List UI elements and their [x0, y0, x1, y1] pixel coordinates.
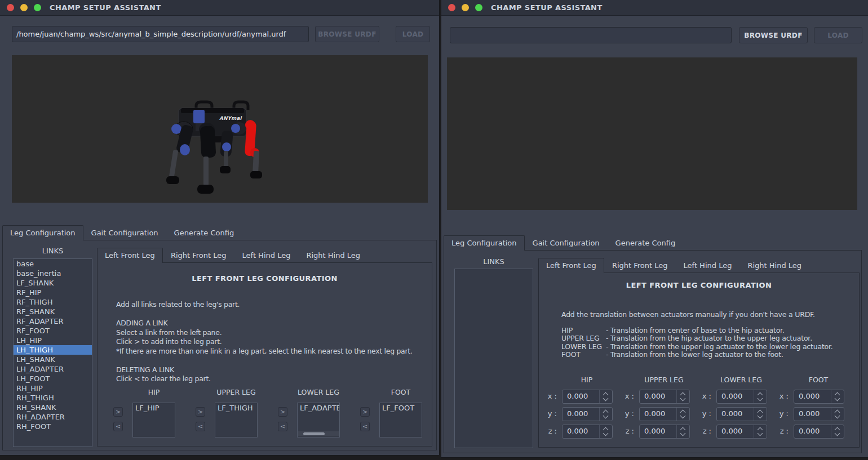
leg-part-link[interactable]: LF_HIP [133, 403, 175, 413]
spinbox-upper-leg-y[interactable]: 0.000 [639, 407, 690, 421]
spinbox-hip-x[interactable]: 0.000 [562, 390, 613, 404]
leg-part-listbox[interactable]: LF_HIP [132, 403, 175, 437]
tab-left-front-leg[interactable]: Left Front Leg [538, 258, 604, 273]
spin-down-icon[interactable] [603, 413, 609, 419]
spin-down-icon[interactable] [680, 396, 686, 401]
horizontal-scrollbar[interactable] [298, 431, 339, 436]
spin-down-icon[interactable] [835, 413, 840, 419]
close-button[interactable] [448, 4, 455, 11]
links-list-item[interactable]: base [14, 259, 92, 269]
links-list-item-selected[interactable]: LH_THIGH [14, 345, 92, 355]
leg-part-link[interactable]: LF_ADAPTER [298, 403, 339, 413]
links-list-item[interactable]: base_inertia [14, 269, 92, 278]
spinbox-hip-y[interactable]: 0.000 [562, 407, 613, 421]
remove-link-button[interactable]: < [196, 422, 205, 431]
spinbox-lower-leg-z[interactable]: 0.000 [716, 425, 767, 439]
spin-down-icon[interactable] [758, 413, 763, 419]
spinner-buttons[interactable] [599, 390, 612, 403]
add-link-button[interactable]: > [278, 407, 287, 417]
links-list-item[interactable]: RH_HIP [14, 383, 92, 393]
spinbox-foot-y[interactable]: 0.000 [794, 407, 844, 421]
spinner-buttons[interactable] [676, 408, 689, 421]
tab-leg-configuration[interactable]: Leg Configuration [444, 235, 525, 251]
links-list-item[interactable]: RF_THIGH [14, 297, 92, 307]
spinbox-hip-z[interactable]: 0.000 [562, 425, 613, 439]
urdf-path-input[interactable] [12, 26, 309, 42]
spinner-buttons[interactable] [754, 390, 767, 403]
spinbox-upper-leg-z[interactable]: 0.000 [639, 425, 690, 439]
spin-down-icon[interactable] [758, 396, 763, 401]
spinner-buttons[interactable] [599, 408, 612, 421]
tab-right-front-leg[interactable]: Right Front Leg [163, 248, 234, 263]
tab-gait-configuration[interactable]: Gait Configuration [83, 225, 166, 240]
tab-gait-configuration[interactable]: Gait Configuration [525, 235, 608, 251]
tab-right-hind-leg[interactable]: Right Hind Leg [739, 258, 809, 273]
browse-urdf-button[interactable]: BROWSE URDF [315, 26, 379, 42]
links-list-item[interactable]: RF_ADAPTER [14, 316, 92, 326]
tab-left-hind-leg[interactable]: Left Hind Leg [234, 248, 299, 263]
leg-part-link[interactable]: LF_THIGH [215, 403, 257, 413]
spinner-buttons[interactable] [676, 390, 689, 403]
urdf-path-input[interactable] [450, 27, 732, 43]
robot-viewport-empty[interactable] [447, 57, 857, 210]
spinner-buttons[interactable] [831, 390, 844, 403]
scrollbar-thumb[interactable] [303, 432, 325, 435]
maximize-button[interactable] [475, 4, 482, 11]
spin-down-icon[interactable] [835, 431, 840, 436]
add-link-button[interactable]: > [360, 407, 370, 417]
spinner-buttons[interactable] [831, 425, 844, 438]
spinner-buttons[interactable] [831, 408, 844, 421]
titlebar[interactable]: CHAMP SETUP ASSISTANT [0, 0, 439, 16]
leg-part-listbox[interactable]: LF_ADAPTER [297, 403, 340, 437]
spin-down-icon[interactable] [835, 396, 840, 401]
remove-link-button[interactable]: < [278, 422, 287, 431]
add-link-button[interactable]: > [196, 407, 205, 417]
links-list-item[interactable]: RF_FOOT [14, 326, 92, 336]
links-list-item[interactable]: LH_FOOT [14, 374, 92, 383]
tab-leg-configuration[interactable]: Leg Configuration [2, 225, 83, 240]
load-button[interactable]: LOAD [814, 27, 862, 43]
links-list-item[interactable]: RH_SHANK [14, 403, 92, 412]
close-button[interactable] [7, 4, 14, 11]
links-list[interactable]: base base_inertia LF_SHANK RF_HIP RF_THI… [13, 258, 92, 447]
spinner-buttons[interactable] [754, 408, 767, 421]
links-list-item[interactable]: RH_THIGH [14, 393, 92, 403]
links-list-item[interactable]: LH_ADAPTER [14, 364, 92, 374]
spin-down-icon[interactable] [680, 413, 686, 419]
spinbox-foot-x[interactable]: 0.000 [794, 390, 844, 404]
spinbox-foot-z[interactable]: 0.000 [794, 425, 844, 439]
spinbox-upper-leg-x[interactable]: 0.000 [639, 390, 690, 404]
remove-link-button[interactable]: < [113, 422, 123, 431]
tab-generate-config[interactable]: Generate Config [166, 225, 242, 240]
links-list-item[interactable]: RH_ADAPTER [14, 412, 92, 422]
leg-part-listbox[interactable]: LF_FOOT [379, 403, 422, 437]
tab-left-hind-leg[interactable]: Left Hind Leg [676, 258, 740, 273]
links-list-item[interactable]: RH_FOOT [14, 422, 92, 431]
links-list-item[interactable]: LH_HIP [14, 336, 92, 345]
leg-part-link[interactable]: LF_FOOT [380, 403, 422, 413]
spinbox-lower-leg-y[interactable]: 0.000 [716, 407, 767, 421]
tab-right-hind-leg[interactable]: Right Hind Leg [298, 248, 368, 263]
spin-down-icon[interactable] [603, 431, 609, 436]
spinner-buttons[interactable] [754, 425, 767, 438]
links-list-item[interactable]: LH_SHANK [14, 355, 92, 364]
remove-link-button[interactable]: < [360, 422, 370, 431]
titlebar[interactable]: CHAMP SETUP ASSISTANT [441, 0, 868, 16]
links-list-empty[interactable] [454, 269, 533, 448]
tab-right-front-leg[interactable]: Right Front Leg [604, 258, 676, 273]
browse-urdf-button[interactable]: BROWSE URDF [739, 27, 808, 43]
leg-part-listbox[interactable]: LF_THIGH [215, 403, 258, 437]
spinner-buttons[interactable] [599, 425, 612, 438]
links-list-item[interactable]: LF_SHANK [14, 278, 92, 288]
minimize-button[interactable] [20, 4, 28, 11]
minimize-button[interactable] [462, 4, 469, 11]
robot-viewport[interactable]: ANYmal [12, 55, 428, 203]
spin-down-icon[interactable] [603, 396, 609, 401]
spinbox-lower-leg-x[interactable]: 0.000 [716, 390, 767, 404]
maximize-button[interactable] [34, 4, 41, 11]
links-list-item[interactable]: RF_HIP [14, 288, 92, 297]
spinner-buttons[interactable] [676, 425, 689, 438]
links-list-item[interactable]: RF_SHANK [14, 307, 92, 316]
load-button[interactable]: LOAD [396, 26, 430, 42]
add-link-button[interactable]: > [113, 407, 123, 417]
